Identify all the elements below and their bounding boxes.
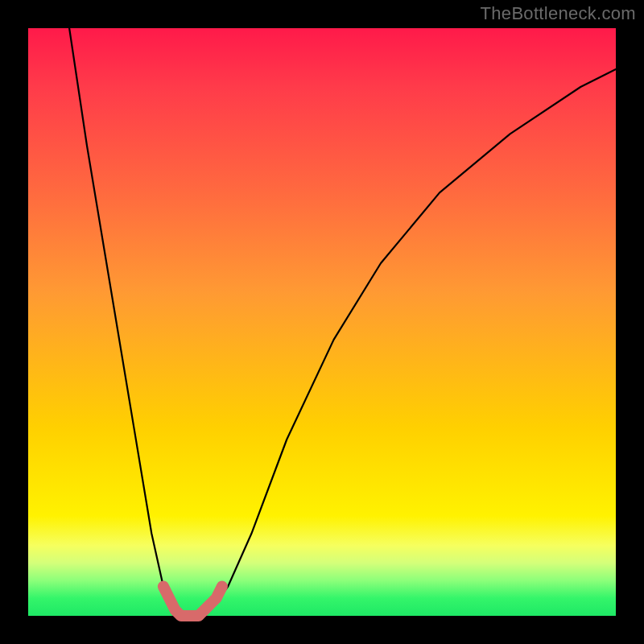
chart-frame: TheBottleneck.com bbox=[0, 0, 644, 644]
plot-area bbox=[28, 28, 616, 616]
curve-svg bbox=[28, 28, 616, 616]
bottleneck-curve-path bbox=[69, 28, 616, 616]
highlight-segment-path bbox=[163, 587, 222, 617]
watermark-text: TheBottleneck.com bbox=[481, 3, 636, 24]
